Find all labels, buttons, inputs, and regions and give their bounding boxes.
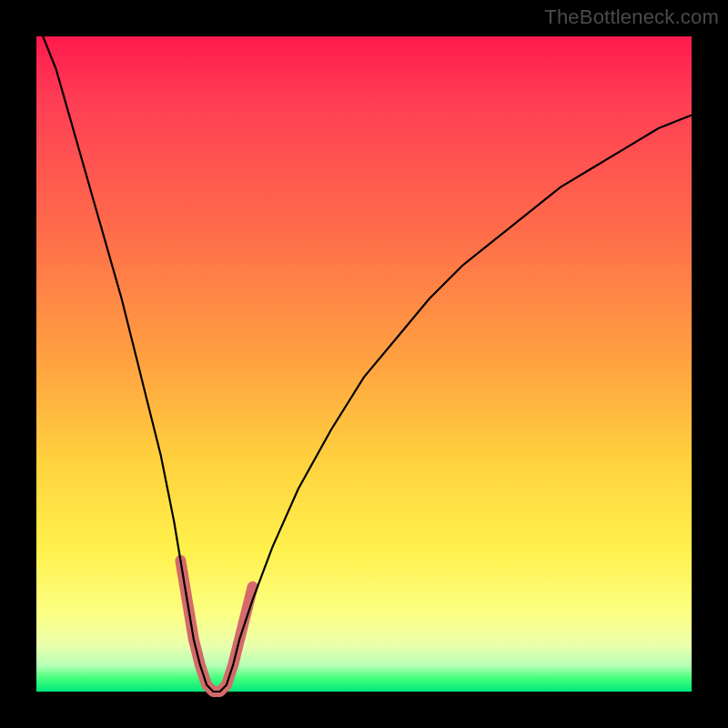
chart-frame: TheBottleneck.com bbox=[0, 0, 728, 728]
chart-main-curve bbox=[43, 36, 692, 692]
chart-svg bbox=[36, 36, 692, 692]
watermark-text: TheBottleneck.com bbox=[544, 5, 719, 29]
